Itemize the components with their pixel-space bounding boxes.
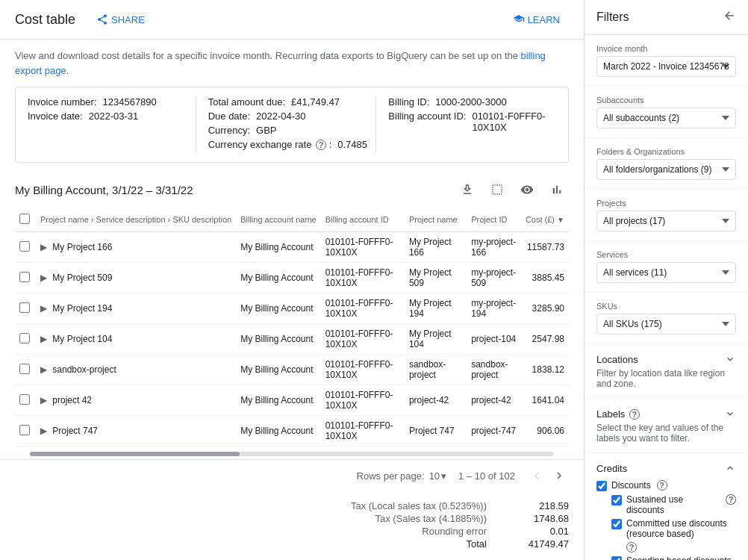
folders-select[interactable]: All folders/organizations (9) xyxy=(596,159,736,180)
currency-row: Currency: GBP xyxy=(208,125,376,136)
row-billing-account-id: 010101-F0FFF0-10X10X xyxy=(321,232,405,263)
locations-header[interactable]: Locations xyxy=(596,353,736,365)
learn-button[interactable]: LEARN xyxy=(504,9,569,30)
row-checkbox-cell[interactable] xyxy=(15,232,36,263)
row-project-id: my-project-194 xyxy=(467,293,521,324)
download-icon xyxy=(461,183,474,196)
table-row: ▶ My Project 166 My Billing Account 0101… xyxy=(15,232,569,263)
expand-row-icon[interactable]: ▶ xyxy=(40,364,47,375)
spending-row: Spending based discounts (contractual) xyxy=(611,556,736,560)
table-row: ▶ Project 747 My Billing Account 010101-… xyxy=(15,416,569,447)
labels-help-icon[interactable]: ? xyxy=(629,409,640,420)
labels-header[interactable]: Labels ? xyxy=(596,408,736,420)
row-checkbox[interactable] xyxy=(19,425,30,435)
row-checkbox-cell[interactable] xyxy=(15,293,36,324)
expand-row-icon[interactable]: ▶ xyxy=(40,334,47,344)
expand-row-icon[interactable]: ▶ xyxy=(40,395,47,405)
expand-row-icon[interactable]: ▶ xyxy=(40,426,47,436)
row-project-name-value: My Project 194 xyxy=(52,303,112,314)
row-checkbox-cell[interactable] xyxy=(15,416,36,447)
row-checkbox[interactable] xyxy=(19,272,30,282)
row-project-name-value: project 42 xyxy=(52,395,92,405)
sustained-help-icon[interactable]: ? xyxy=(726,494,736,505)
expand-row-icon[interactable]: ▶ xyxy=(40,273,47,283)
row-cost: 11587.73 xyxy=(521,232,569,263)
row-checkbox-cell[interactable] xyxy=(15,263,36,293)
cost-table: Project name › Service description › SKU… xyxy=(15,208,569,449)
header: Cost table SHARE LEARN xyxy=(0,0,584,40)
rounding-row: Rounding error 0.01 xyxy=(15,526,569,537)
table-row: ▶ My Project 509 My Billing Account 0101… xyxy=(15,263,569,293)
row-billing-account-id: 010101-F0FFF0-10X10X xyxy=(321,416,405,447)
row-project-id: my-project-646 xyxy=(467,447,521,449)
row-billing-account-id: 010101-F0FFF0-10X10X xyxy=(321,324,405,355)
row-project-id: project-747 xyxy=(467,416,521,447)
subaccounts-select[interactable]: All subaccounts (2) xyxy=(596,108,736,128)
collapse-sidebar-button[interactable] xyxy=(723,9,736,25)
committed-help-icon[interactable]: ? xyxy=(626,542,637,553)
download-button[interactable] xyxy=(455,178,479,202)
projects-filter: Projects All projects (17) xyxy=(585,190,748,241)
row-project-name-col: My Project 104 xyxy=(405,324,467,355)
services-select[interactable]: All services (11) xyxy=(596,262,736,283)
scroll-thumb xyxy=(30,452,240,456)
projects-select[interactable]: All projects (17) xyxy=(596,211,736,231)
next-page-button[interactable] xyxy=(549,466,569,485)
row-checkbox[interactable] xyxy=(19,394,30,405)
prev-page-button[interactable] xyxy=(527,466,546,485)
skus-select[interactable]: All SKUs (175) xyxy=(596,314,736,335)
columns-button[interactable] xyxy=(485,178,509,202)
sustained-row: Sustained use discounts ? xyxy=(611,494,736,515)
row-billing-account-name: My Billing Account xyxy=(236,447,321,449)
tax-local-label: Tax (Local sales tax (0.5235%)) xyxy=(351,500,487,511)
rows-per-page-select[interactable]: 10 ▾ xyxy=(429,470,446,482)
share-button[interactable]: SHARE xyxy=(87,9,154,30)
row-checkbox-cell[interactable] xyxy=(15,385,36,416)
discounts-help-icon[interactable]: ? xyxy=(657,480,667,491)
subaccounts-filter: Subaccounts All subaccounts (2) xyxy=(585,87,748,138)
row-billing-account-name: My Billing Account xyxy=(236,355,321,385)
sustained-checkbox[interactable] xyxy=(611,495,622,505)
rows-select-arrow: ▾ xyxy=(441,470,446,482)
row-checkbox-cell[interactable] xyxy=(15,447,36,449)
row-project-id: my-project-509 xyxy=(467,263,521,293)
table-row: ▶ My Project 646 My Billing Account 0101… xyxy=(15,447,569,449)
select-all-checkbox[interactable] xyxy=(19,214,30,224)
row-checkbox[interactable] xyxy=(19,302,30,313)
row-checkbox[interactable] xyxy=(19,241,30,252)
visibility-button[interactable] xyxy=(515,178,539,202)
row-project-name-col: Project 747 xyxy=(405,416,467,447)
row-checkbox-cell[interactable] xyxy=(15,355,36,385)
skus-filter: SKUs All SKUs (175) xyxy=(585,293,748,344)
invoice-col-1: Invoice number: 1234567890 Invoice date:… xyxy=(28,96,196,153)
credits-collapse-icon[interactable] xyxy=(724,462,736,474)
row-billing-account-id: 010101-F0FFF0-10X10X xyxy=(321,263,405,293)
labels-label: Labels ? xyxy=(596,408,640,420)
bar-chart-button[interactable] xyxy=(545,178,569,202)
row-checkbox[interactable] xyxy=(19,333,30,343)
horizontal-scrollbar[interactable] xyxy=(30,452,554,456)
sidebar-header: Filters xyxy=(585,0,748,35)
row-billing-account-name: My Billing Account xyxy=(236,385,321,416)
next-icon xyxy=(552,469,566,482)
collapse-icon xyxy=(723,9,736,22)
total-amount-value: £41,749.47 xyxy=(291,96,340,108)
committed-checkbox[interactable] xyxy=(611,519,622,529)
total-value: 41749.47 xyxy=(517,538,569,550)
expand-row-icon[interactable]: ▶ xyxy=(40,242,47,252)
col-cost[interactable]: Cost (£) ▼ xyxy=(521,208,569,232)
row-cost: 3885.45 xyxy=(521,263,569,293)
expand-row-icon[interactable]: ▶ xyxy=(40,303,47,314)
col-project-name: Project name › Service description › SKU… xyxy=(36,208,236,232)
spending-checkbox[interactable] xyxy=(611,556,622,560)
visibility-icon xyxy=(520,183,534,196)
invoice-col-2: Total amount due: £41,749.47 Due date: 2… xyxy=(196,96,376,153)
row-project-name-col: My Project 166 xyxy=(405,232,467,263)
invoice-month-select[interactable]: March 2022 - Invoice 1234567890 xyxy=(596,56,736,77)
row-checkbox-cell[interactable] xyxy=(15,324,36,355)
discounts-checkbox[interactable] xyxy=(596,481,607,491)
exchange-help-icon[interactable]: ? xyxy=(316,140,326,150)
pagination-range: 1 – 10 of 102 xyxy=(458,470,515,482)
tax-sales-value: 1748.68 xyxy=(517,513,569,524)
row-checkbox[interactable] xyxy=(19,364,30,374)
